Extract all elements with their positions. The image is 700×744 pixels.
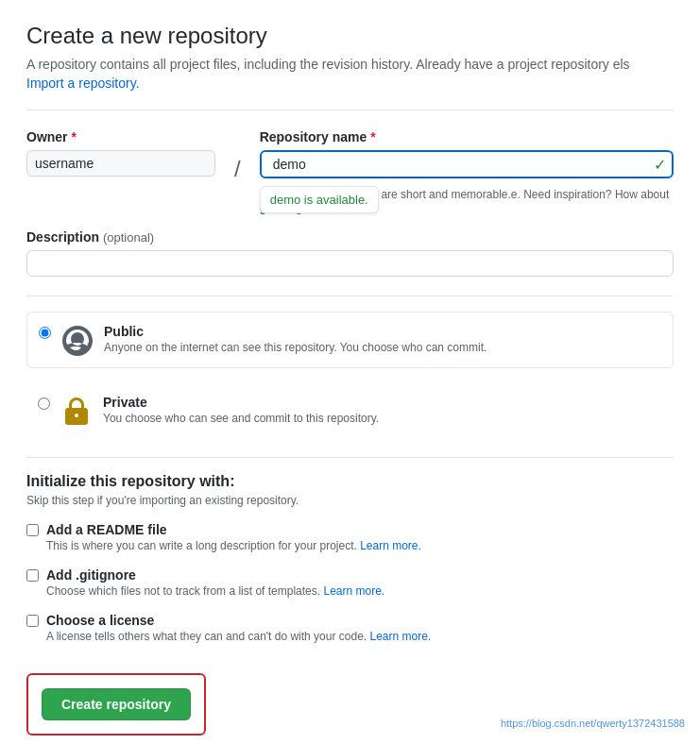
public-desc: Anyone on the internet can see this repo… — [104, 341, 661, 354]
owner-label: Owner * — [26, 129, 215, 144]
import-link[interactable]: Import a repository. — [26, 76, 140, 91]
repo-name-label: Repository name * — [260, 129, 674, 144]
public-title: Public — [104, 324, 661, 339]
repo-name-required-marker: * — [370, 129, 375, 144]
page-title: Create a new repository — [26, 23, 674, 49]
license-learn-more[interactable]: Learn more. — [370, 630, 432, 643]
readme-checkbox[interactable] — [26, 524, 39, 536]
license-option: Choose a license A license tells others … — [26, 613, 674, 643]
watermark: https://blog.csdn.net/qwerty1372431588 — [501, 718, 685, 729]
init-subtitle: Skip this step if you're importing an ex… — [26, 494, 674, 507]
gitignore-desc: Choose which files not to track from a l… — [46, 584, 384, 598]
readme-learn-more[interactable]: Learn more. — [360, 539, 421, 552]
gitignore-checkbox[interactable] — [26, 569, 39, 582]
init-title: Initialize this repository with: — [26, 473, 674, 490]
slash-separator: / — [230, 129, 245, 182]
private-title: Private — [103, 395, 662, 410]
readme-title: Add a README file — [46, 522, 421, 537]
gitignore-option: Add .gitignore Choose which files not to… — [26, 567, 674, 598]
submit-section: Create repository — [26, 673, 206, 736]
divider-1 — [26, 110, 674, 110]
private-radio[interactable] — [38, 397, 50, 410]
page-subtitle: A repository contains all project files,… — [26, 57, 674, 72]
readme-option: Add a README file This is where you can … — [26, 522, 674, 552]
gitignore-learn-more[interactable]: Learn more. — [323, 584, 384, 598]
description-input[interactable] — [26, 250, 674, 277]
private-option[interactable]: Private You choose who can see and commi… — [26, 383, 674, 438]
availability-check-icon: ✓ — [654, 156, 666, 174]
license-title: Choose a license — [46, 613, 431, 628]
public-icon — [62, 326, 93, 356]
availability-tooltip: demo is available. — [260, 186, 379, 213]
public-radio[interactable] — [39, 327, 51, 339]
create-repository-button[interactable]: Create repository — [42, 688, 191, 720]
public-option[interactable]: Public Anyone on the internet can see th… — [26, 312, 674, 368]
description-label: Description (optional) — [26, 229, 154, 245]
private-icon — [61, 397, 92, 427]
owner-required-marker: * — [71, 129, 76, 144]
license-desc: A license tells others what they can and… — [46, 630, 431, 643]
private-desc: You choose who can see and commit to thi… — [103, 412, 662, 425]
repo-name-input[interactable] — [260, 150, 674, 178]
license-checkbox[interactable] — [26, 615, 39, 627]
gitignore-title: Add .gitignore — [46, 567, 384, 583]
readme-desc: This is where you can write a long descr… — [46, 539, 421, 552]
owner-input[interactable] — [26, 150, 215, 177]
